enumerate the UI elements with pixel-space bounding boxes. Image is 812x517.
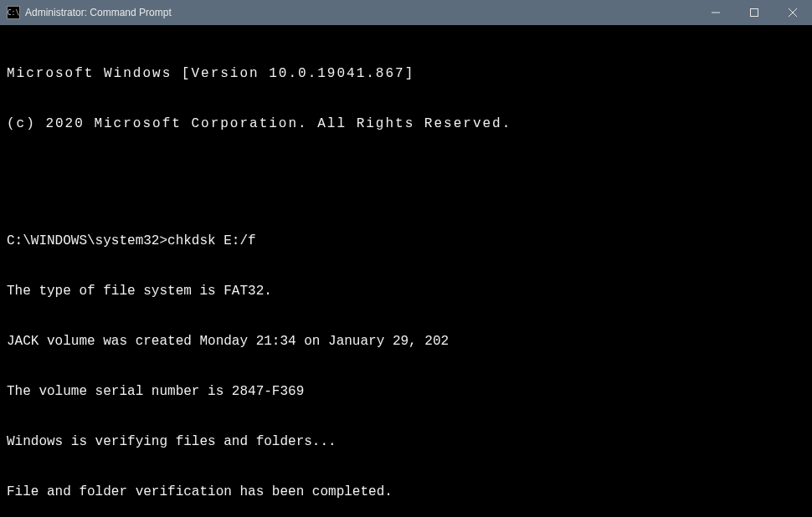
spacer xyxy=(7,166,805,182)
terminal-area[interactable]: Microsoft Windows [Version 10.0.19041.86… xyxy=(0,25,812,517)
close-icon xyxy=(789,8,797,17)
close-button[interactable] xyxy=(773,0,812,25)
minimize-button[interactable] xyxy=(696,0,735,25)
command-line-1: C:\WINDOWS\system32>chkdsk E:/f xyxy=(7,233,805,249)
cmd-icon: C:\ xyxy=(7,6,20,19)
titlebar: C:\ Administrator: Command Prompt xyxy=(0,0,812,25)
svg-rect-1 xyxy=(751,9,758,17)
maximize-icon xyxy=(750,8,758,17)
version-line: Microsoft Windows [Version 10.0.19041.86… xyxy=(7,65,805,82)
output-line: JACK volume was created Monday 21:34 on … xyxy=(7,333,805,350)
maximize-button[interactable] xyxy=(735,0,773,25)
output-line: File and folder verification has been co… xyxy=(7,484,805,500)
window-controls xyxy=(696,0,812,25)
prompt-1: C:\WINDOWS\system32> xyxy=(7,233,167,248)
output-line: Windows is verifying files and folders..… xyxy=(7,433,805,450)
copyright-line: (c) 2020 Microsoft Corporation. All Righ… xyxy=(7,115,805,132)
output-line: The type of file system is FAT32. xyxy=(7,283,805,299)
output-line: The volume serial number is 2847-F369 xyxy=(7,383,805,400)
command-1: chkdsk E:/f xyxy=(167,233,256,248)
cmd-icon-label: C:\ xyxy=(8,9,19,17)
window-title: Administrator: Command Prompt xyxy=(25,7,696,18)
minimize-icon xyxy=(712,8,720,17)
